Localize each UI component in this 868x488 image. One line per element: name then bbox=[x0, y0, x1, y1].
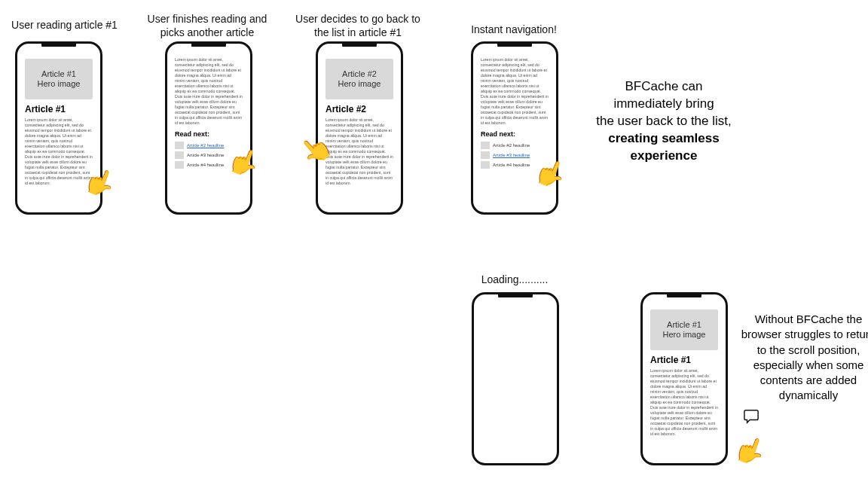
caption-go-back: User decides to go back to the list in a… bbox=[294, 12, 422, 39]
read-next-link-3[interactable]: Article #3 headline bbox=[187, 153, 224, 159]
big-bold-2: experience bbox=[631, 148, 698, 163]
caption-loading: Loading.......... bbox=[451, 273, 579, 286]
article-title-2: Article #2 bbox=[326, 104, 393, 115]
big-line-2: immediately bring bbox=[613, 96, 714, 111]
thumb-icon bbox=[481, 142, 490, 149]
caption-bfcache-benefit: BFCache can immediately bring the user b… bbox=[577, 78, 750, 165]
thumb-icon bbox=[175, 142, 184, 149]
read-next-item-3[interactable]: Article #3 headline bbox=[481, 151, 549, 159]
article-title-1: Article #1 bbox=[650, 355, 718, 366]
caption-picks-another: User finishes reading and picks another … bbox=[143, 12, 271, 39]
thumb-icon bbox=[175, 151, 184, 159]
thumb-icon bbox=[481, 151, 490, 159]
side-line-6: dynamically bbox=[779, 389, 838, 401]
read-next-link-2[interactable]: Article #2 headline bbox=[493, 143, 530, 149]
read-next-link-4[interactable]: Article #4 headline bbox=[493, 163, 530, 169]
article-title-1: Article #1 bbox=[25, 104, 93, 115]
phone-screen: Lorem ipsum dolor sit amet, consectetur … bbox=[476, 47, 553, 209]
pointing-hand-icon: 👆 bbox=[730, 431, 770, 470]
caption-instant: Instant navigation! bbox=[450, 23, 578, 36]
thumb-icon bbox=[481, 161, 490, 169]
big-line-1: BFCache can bbox=[625, 79, 703, 93]
phone-reading-article-1: Article #1 Hero image Article #1 Lorem i… bbox=[15, 41, 102, 215]
read-next-link-3[interactable]: Article #3 headline bbox=[493, 153, 530, 159]
side-line-2: browser struggles to return bbox=[741, 328, 868, 340]
read-next-item-2[interactable]: Article #2 headline bbox=[481, 142, 549, 149]
hero-image-1: Article #1 Hero image bbox=[25, 59, 93, 99]
side-line-3: to the scroll position, bbox=[757, 343, 860, 356]
read-next-item-4[interactable]: Article #4 headline bbox=[481, 161, 549, 169]
phone-loading bbox=[472, 292, 559, 465]
article-body-scrolled: Lorem ipsum dolor sit amet, consectetur … bbox=[481, 57, 549, 126]
caption-without-bfcache: Without BFCache the browser struggles to… bbox=[729, 312, 868, 404]
phone-screen: Lorem ipsum dolor sit amet, consectetur … bbox=[170, 47, 247, 209]
big-bold-1: creating seamless bbox=[608, 131, 719, 145]
side-line-1: Without BFCache the bbox=[755, 313, 863, 325]
phone-screen: Article #2 Hero image Article #2 Lorem i… bbox=[321, 47, 398, 209]
phone-screen: Article #1 Hero image Article #1 Lorem i… bbox=[646, 297, 723, 460]
read-next-item-2[interactable]: Article #2 headline bbox=[175, 142, 243, 149]
thumb-icon bbox=[175, 161, 184, 169]
article-body-scrolled: Lorem ipsum dolor sit amet, consectetur … bbox=[175, 57, 243, 126]
caption-reading: User reading article #1 bbox=[0, 18, 130, 32]
read-next-item-3[interactable]: Article #3 headline bbox=[175, 151, 243, 159]
hero-image-2: Article #2 Hero image bbox=[326, 59, 393, 99]
phone-instant-back: Lorem ipsum dolor sit amet, consectetur … bbox=[471, 41, 558, 215]
read-next-item-4[interactable]: Article #4 headline bbox=[175, 161, 243, 169]
read-next-link-2[interactable]: Article #2 headline bbox=[187, 143, 224, 149]
read-next-heading: Read next: bbox=[481, 130, 549, 139]
phone-reading-article-2: Article #2 Hero image Article #2 Lorem i… bbox=[316, 41, 403, 215]
read-next-link-4[interactable]: Article #4 headline bbox=[187, 163, 224, 169]
side-line-5: contents are added bbox=[760, 374, 857, 386]
read-next-heading: Read next: bbox=[175, 130, 243, 139]
big-line-3: the user back to the list, bbox=[596, 114, 732, 128]
hero-image-1: Article #1 Hero image bbox=[650, 310, 718, 350]
phone-reloaded-article-1: Article #1 Hero image Article #1 Lorem i… bbox=[640, 292, 728, 465]
speech-bubble-icon bbox=[742, 409, 760, 424]
phone-read-next-list-1: Lorem ipsum dolor sit amet, consectetur … bbox=[165, 41, 252, 215]
phone-screen: Article #1 Hero image Article #1 Lorem i… bbox=[20, 47, 97, 209]
article-body: Lorem ipsum dolor sit amet, consectetur … bbox=[25, 117, 93, 186]
article-body: Lorem ipsum dolor sit amet, consectetur … bbox=[650, 368, 718, 437]
article-body: Lorem ipsum dolor sit amet, consectetur … bbox=[326, 117, 393, 186]
phone-screen-empty bbox=[477, 297, 554, 460]
side-line-4: especially when some bbox=[753, 358, 864, 371]
